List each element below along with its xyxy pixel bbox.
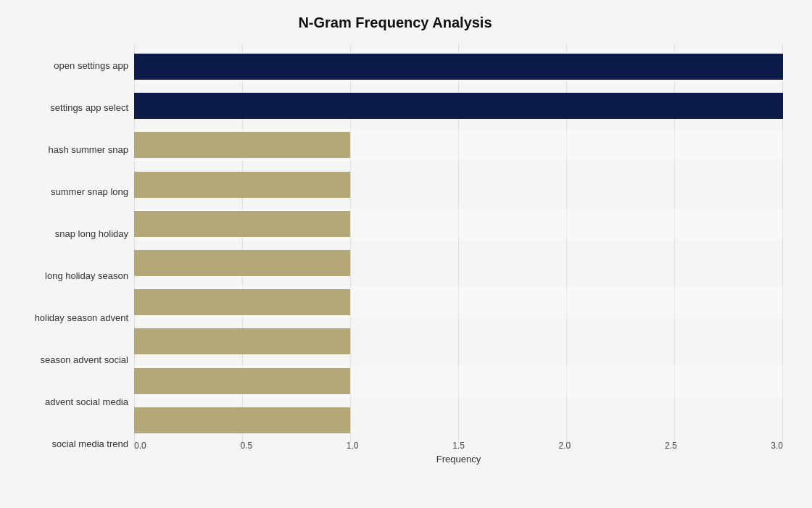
y-label: hash summer snap bbox=[7, 130, 128, 168]
chart-title: N-Gram Frequency Analysis bbox=[7, 14, 783, 31]
bar bbox=[134, 211, 350, 237]
x-tick: 2.0 bbox=[559, 441, 571, 451]
bar bbox=[134, 368, 350, 394]
bar-row bbox=[134, 129, 783, 161]
bar bbox=[134, 54, 783, 80]
x-axis-wrapper: 0.00.51.01.52.02.53.0 Frequency bbox=[134, 438, 783, 465]
bar-row bbox=[134, 365, 783, 397]
bar-row bbox=[134, 208, 783, 240]
bar bbox=[134, 250, 350, 276]
bar-row bbox=[134, 286, 783, 318]
bar-row bbox=[134, 51, 783, 83]
y-label: season advent social bbox=[7, 341, 128, 378]
x-tick: 0.0 bbox=[134, 441, 146, 451]
y-label: summer snap long bbox=[7, 172, 128, 210]
x-tick: 0.5 bbox=[240, 441, 252, 451]
y-label: open settings app bbox=[7, 46, 128, 84]
chart-area: open settings appsettings app selecthash… bbox=[7, 44, 783, 465]
bar bbox=[134, 328, 350, 354]
bar bbox=[134, 93, 783, 119]
x-ticks-row: 0.00.51.01.52.02.53.0 bbox=[134, 438, 783, 451]
bar bbox=[134, 132, 350, 158]
chart-container: N-Gram Frequency Analysis open settings … bbox=[0, 0, 812, 508]
y-labels: open settings appsettings app selecthash… bbox=[7, 44, 134, 465]
x-tick: 2.5 bbox=[665, 441, 677, 451]
y-label: social media trend bbox=[7, 425, 128, 462]
y-label: long holiday season bbox=[7, 257, 128, 294]
bar-row bbox=[134, 90, 783, 122]
y-label: advent social media bbox=[7, 383, 128, 420]
bar bbox=[134, 172, 350, 198]
x-tick: 3.0 bbox=[771, 441, 783, 451]
bars-and-grid: 0.00.51.01.52.02.53.0 Frequency bbox=[134, 44, 783, 465]
bar-row bbox=[134, 169, 783, 201]
bar-row bbox=[134, 247, 783, 279]
y-label: snap long holiday bbox=[7, 215, 128, 252]
y-label: holiday season advent bbox=[7, 299, 128, 336]
bars-area bbox=[134, 44, 783, 443]
bar bbox=[134, 289, 350, 315]
bar bbox=[134, 407, 350, 433]
bar-row bbox=[134, 404, 783, 436]
x-tick: 1.5 bbox=[452, 441, 465, 451]
x-axis-label: Frequency bbox=[134, 454, 783, 465]
x-tick: 1.0 bbox=[347, 441, 359, 451]
bar-row bbox=[134, 325, 783, 357]
y-label: settings app select bbox=[7, 88, 128, 126]
